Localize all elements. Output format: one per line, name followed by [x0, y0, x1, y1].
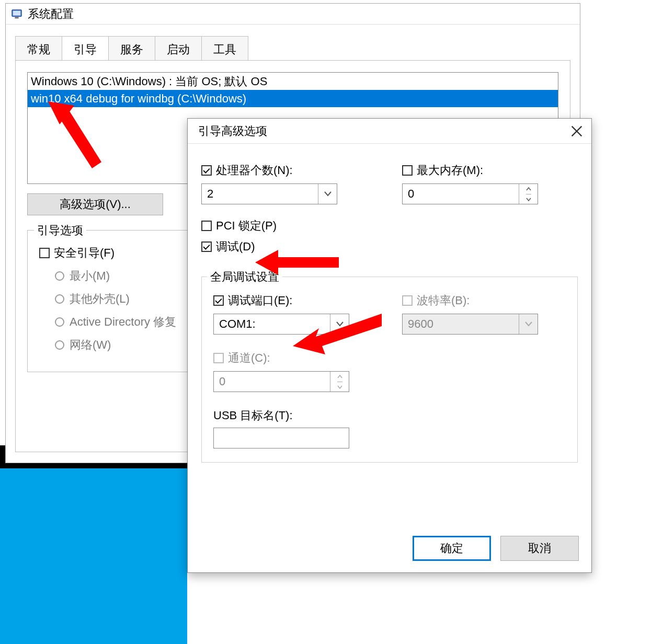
- window-titlebar: 系统配置: [6, 4, 580, 25]
- baud-value: 9600: [408, 317, 433, 331]
- max-memory-label: 最大内存(M):: [417, 163, 483, 178]
- tab-tools[interactable]: 工具: [201, 36, 248, 63]
- boot-advanced-options-dialog: 引导高级选项 处理器个数(N): 2 PCI 锁定(P): [187, 118, 592, 573]
- debug-checkbox[interactable]: 调试(D): [201, 239, 377, 255]
- tabstrip: 常规 引导 服务 启动 工具: [15, 36, 580, 63]
- usb-target-label: USB 目标名(T):: [213, 408, 377, 423]
- radio-ad-repair: Active Directory 修复: [55, 314, 188, 330]
- window-title: 系统配置: [28, 6, 74, 22]
- boot-entry[interactable]: Windows 10 (C:\Windows) : 当前 OS; 默认 OS: [28, 73, 558, 90]
- debug-port-value: COM1:: [219, 317, 256, 331]
- checkbox-icon: [402, 165, 413, 176]
- tab-boot[interactable]: 引导: [62, 36, 109, 63]
- channel-checkbox: 通道(C):: [213, 350, 377, 366]
- app-icon: [11, 8, 22, 20]
- chevron-down-icon: [318, 184, 337, 204]
- global-debug-group: 全局调试设置 调试端口(E): COM1: 通道(C):: [201, 277, 578, 463]
- tab-startup[interactable]: 启动: [155, 36, 202, 63]
- safe-boot-label: 安全引导(F): [54, 245, 115, 261]
- channel-spinner: 0: [213, 371, 349, 392]
- global-debug-legend: 全局调试设置: [207, 269, 282, 285]
- dialog-body: 处理器个数(N): 2 PCI 锁定(P) 调试(D): [188, 144, 591, 463]
- processors-combo[interactable]: 2: [201, 183, 337, 204]
- processors-checkbox[interactable]: 处理器个数(N):: [201, 163, 377, 178]
- close-icon[interactable]: [569, 124, 584, 139]
- debug-port-combo[interactable]: COM1:: [213, 314, 349, 335]
- radio-icon: [55, 271, 64, 281]
- channel-label: 通道(C):: [228, 350, 270, 366]
- chevron-down-icon: [519, 314, 538, 334]
- baud-checkbox: 波特率(B):: [402, 293, 566, 308]
- dialog-titlebar: 引导高级选项: [188, 119, 591, 144]
- checkbox-icon: [201, 242, 212, 252]
- checkbox-icon: [402, 295, 413, 306]
- dialog-title: 引导高级选项: [198, 123, 267, 139]
- debug-port-label: 调试端口(E):: [228, 293, 292, 308]
- max-memory-spinner[interactable]: 0: [402, 183, 538, 204]
- spinner-buttons[interactable]: [519, 184, 538, 204]
- debug-label: 调试(D): [216, 239, 255, 255]
- spin-down-icon[interactable]: [526, 194, 531, 204]
- checkbox-icon: [201, 221, 212, 231]
- cancel-button[interactable]: 取消: [500, 536, 579, 561]
- radio-network: 网络(W): [55, 337, 188, 353]
- boot-options-group: 引导选项 安全引导(F) 最小(M) 其他外壳(L) Active Direct…: [27, 230, 200, 372]
- checkbox-icon: [201, 165, 212, 176]
- checkbox-icon: [213, 353, 224, 363]
- max-memory-value: 0: [408, 187, 414, 201]
- spin-up-icon: [337, 372, 342, 382]
- spinner-buttons: [330, 372, 349, 392]
- ok-button[interactable]: 确定: [413, 536, 491, 561]
- radio-icon: [55, 317, 64, 327]
- radio-icon: [55, 340, 64, 350]
- background-cyan-strip: [0, 468, 187, 644]
- tab-general[interactable]: 常规: [15, 36, 62, 63]
- svg-rect-2: [15, 17, 18, 18]
- safe-boot-checkbox[interactable]: 安全引导(F): [39, 245, 188, 261]
- chevron-down-icon: [330, 314, 349, 334]
- baud-label: 波特率(B):: [417, 293, 470, 308]
- processors-label: 处理器个数(N):: [216, 163, 293, 178]
- radio-minimal: 最小(M): [55, 268, 188, 284]
- radio-icon: [55, 294, 64, 304]
- svg-rect-1: [13, 10, 21, 15]
- radio-altshell: 其他外壳(L): [55, 291, 188, 307]
- max-memory-checkbox[interactable]: 最大内存(M):: [402, 163, 578, 178]
- channel-value: 0: [219, 375, 225, 388]
- spin-up-icon[interactable]: [526, 184, 531, 194]
- spin-down-icon: [337, 382, 342, 392]
- debug-port-checkbox[interactable]: 调试端口(E):: [213, 293, 377, 308]
- boot-entry[interactable]: win10 x64 debug for windbg (C:\Windows): [28, 90, 558, 107]
- boot-options-legend: 引导选项: [34, 223, 86, 238]
- checkbox-icon: [213, 295, 224, 306]
- baud-combo: 9600: [402, 314, 538, 335]
- pci-lock-checkbox[interactable]: PCI 锁定(P): [201, 218, 377, 234]
- processors-value: 2: [207, 187, 213, 201]
- pci-lock-label: PCI 锁定(P): [216, 218, 277, 234]
- usb-target-input[interactable]: [213, 428, 349, 448]
- tab-services[interactable]: 服务: [108, 36, 155, 63]
- advanced-options-button[interactable]: 高级选项(V)...: [27, 193, 163, 215]
- checkbox-icon: [39, 248, 50, 258]
